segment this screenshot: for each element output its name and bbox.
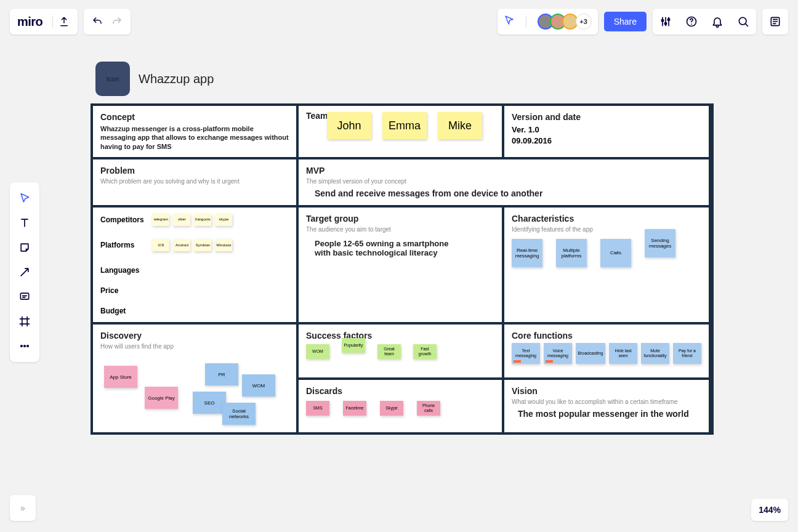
sticky-note[interactable]: Facetime bbox=[343, 401, 366, 416]
flag-icon bbox=[546, 360, 553, 363]
undo-icon[interactable] bbox=[91, 15, 103, 28]
vision-grid: Concept Whazzup messenger is a cross-pla… bbox=[91, 103, 714, 435]
divider bbox=[526, 15, 526, 28]
sticky-note[interactable]: skype bbox=[215, 214, 232, 226]
cell-title: Characteristics bbox=[512, 214, 701, 224]
cell-title: Problem bbox=[100, 166, 289, 175]
cell-version[interactable]: Version and date Ver. 1.0 09.09.2016 bbox=[504, 106, 709, 157]
help-icon[interactable] bbox=[679, 9, 704, 34]
cell-team[interactable]: Team John Emma Mike bbox=[299, 106, 502, 157]
sticky-note[interactable]: Windows bbox=[215, 239, 232, 251]
cell-mvp[interactable]: MVP The simplest version of your concept… bbox=[299, 159, 709, 205]
cell-discards[interactable]: Discards SMS Facetime Skype Phone calls bbox=[299, 380, 502, 433]
cell-core[interactable]: Core functions Text messaging Voice mess… bbox=[504, 324, 709, 377]
avatar-stack[interactable]: +3 bbox=[538, 14, 592, 30]
comment-tool[interactable] bbox=[10, 284, 39, 309]
sticky-note[interactable]: PR bbox=[205, 363, 238, 385]
sticky-note[interactable]: Symbian bbox=[194, 239, 211, 251]
redo-icon[interactable] bbox=[111, 15, 123, 28]
frame-tool[interactable] bbox=[10, 309, 39, 334]
sticky-note[interactable]: Real-time messaging bbox=[512, 239, 542, 267]
board-canvas[interactable]: Icon Whazzup app Concept Whazzup messeng… bbox=[91, 62, 714, 435]
more-avatars[interactable]: +3 bbox=[576, 14, 592, 30]
text-tool[interactable] bbox=[10, 211, 39, 235]
sticky-note[interactable]: Great team bbox=[377, 344, 401, 359]
sticky-note[interactable]: iOS bbox=[152, 239, 169, 251]
cell-title: Version and date bbox=[512, 112, 701, 122]
divider bbox=[52, 15, 53, 28]
sticky-note[interactable]: WOM bbox=[306, 344, 329, 359]
cell-vision[interactable]: Vision What would you like to accomplish… bbox=[504, 380, 709, 433]
cell-discovery[interactable]: Discovery How will users find the app Ap… bbox=[93, 324, 296, 432]
collaborators-box: +3 bbox=[498, 9, 598, 34]
svg-point-7 bbox=[21, 345, 23, 347]
sticky-note[interactable]: Calls bbox=[600, 239, 631, 267]
sticky-note[interactable]: Hide last seen bbox=[609, 343, 637, 364]
search-icon[interactable] bbox=[730, 9, 756, 34]
sticky-note[interactable]: Sending messages bbox=[645, 229, 675, 257]
competitor-stickies: telegram viber hangouts skype bbox=[152, 214, 232, 226]
sticky-note[interactable]: viber bbox=[173, 214, 190, 226]
sticky-note[interactable]: Mike bbox=[438, 112, 482, 139]
success-stickies: WOM Popularity Great team Fast growth bbox=[306, 344, 494, 359]
sticky-note[interactable]: SMS bbox=[306, 401, 329, 416]
arrow-tool[interactable] bbox=[10, 260, 39, 284]
cell-concept[interactable]: Concept Whazzup messenger is a cross-pla… bbox=[93, 106, 296, 157]
bell-icon[interactable] bbox=[704, 9, 730, 34]
zoom-level[interactable]: 144% bbox=[751, 499, 788, 521]
cell-competitors[interactable]: Competitors telegram viber hangouts skyp… bbox=[93, 208, 296, 322]
cell-title: Team bbox=[306, 111, 328, 121]
sticky-note[interactable]: Phone calls bbox=[417, 401, 440, 416]
expand-panel-button[interactable]: » bbox=[10, 495, 36, 521]
settings-icon[interactable] bbox=[653, 9, 679, 34]
board-icon[interactable]: Icon bbox=[95, 62, 130, 96]
sticky-note[interactable]: Fast growth bbox=[413, 344, 437, 359]
discovery-stickies: App Store Google Play SEO PR Social netw… bbox=[100, 353, 289, 426]
sticky-note[interactable]: WOM bbox=[242, 374, 275, 397]
sticky-note[interactable]: hangouts bbox=[194, 214, 211, 226]
cell-body: The most popular messenger in the world bbox=[518, 409, 701, 419]
core-stickies: Text messaging Voice messaging Broadcast… bbox=[512, 343, 701, 364]
cell-subtitle: The audience you aim to target bbox=[306, 226, 494, 233]
sticky-note[interactable]: Multiple platforms bbox=[556, 239, 587, 267]
cell-problem[interactable]: Problem Which problem are you solving an… bbox=[93, 159, 296, 205]
sticky-note[interactable]: SEO bbox=[193, 392, 226, 414]
sticky-note[interactable]: telegram bbox=[152, 214, 169, 226]
cell-title: Concept bbox=[100, 112, 289, 122]
logo-box: miro bbox=[10, 9, 78, 34]
panel-icon[interactable] bbox=[762, 9, 788, 34]
cell-target[interactable]: Target group The audience you aim to tar… bbox=[299, 208, 502, 322]
row-label: Platforms bbox=[100, 241, 150, 249]
top-right-group: +3 Share bbox=[498, 9, 788, 34]
select-tool[interactable] bbox=[10, 186, 39, 211]
board-header: Icon Whazzup app bbox=[95, 62, 714, 96]
sticky-note[interactable]: Social networks bbox=[222, 403, 256, 425]
export-icon[interactable] bbox=[58, 15, 70, 28]
sticky-note[interactable]: Pay for a friend bbox=[673, 343, 701, 364]
cell-subtitle: What would you like to accomplish within… bbox=[512, 398, 701, 405]
platform-stickies: iOS Android Symbian Windows bbox=[152, 239, 232, 251]
sticky-note[interactable]: Mute functionality bbox=[641, 343, 669, 364]
cell-success[interactable]: Success factors WOM Popularity Great tea… bbox=[299, 324, 502, 377]
svg-point-8 bbox=[24, 345, 26, 347]
sticky-note[interactable]: Google Play bbox=[145, 387, 178, 409]
discard-stickies: SMS Facetime Skype Phone calls bbox=[306, 401, 494, 416]
share-button[interactable]: Share bbox=[604, 12, 647, 31]
sticky-note[interactable]: Popularity bbox=[342, 338, 365, 353]
more-tools[interactable] bbox=[10, 334, 39, 358]
sticky-note[interactable]: Android bbox=[173, 239, 190, 251]
board-title[interactable]: Whazzup app bbox=[139, 72, 214, 86]
cursor-icon[interactable] bbox=[504, 15, 515, 28]
sticky-tool[interactable] bbox=[10, 235, 39, 260]
sticky-note[interactable]: Broadcasting bbox=[576, 343, 605, 364]
sticky-note[interactable]: App Store bbox=[104, 366, 137, 388]
app-logo[interactable]: miro bbox=[17, 15, 42, 29]
sticky-note[interactable]: Skype bbox=[380, 401, 403, 416]
cell-characteristics[interactable]: Characteristics Identifying features of … bbox=[504, 208, 709, 322]
sticky-note[interactable]: Emma bbox=[382, 112, 427, 139]
sticky-note[interactable]: Voice messaging bbox=[544, 343, 572, 364]
sticky-note[interactable]: Text messaging bbox=[512, 343, 540, 364]
right-tool-group bbox=[653, 9, 756, 34]
sticky-note[interactable]: John bbox=[327, 112, 371, 139]
characteristic-stickies: Real-time messaging Multiple platforms C… bbox=[512, 239, 701, 267]
